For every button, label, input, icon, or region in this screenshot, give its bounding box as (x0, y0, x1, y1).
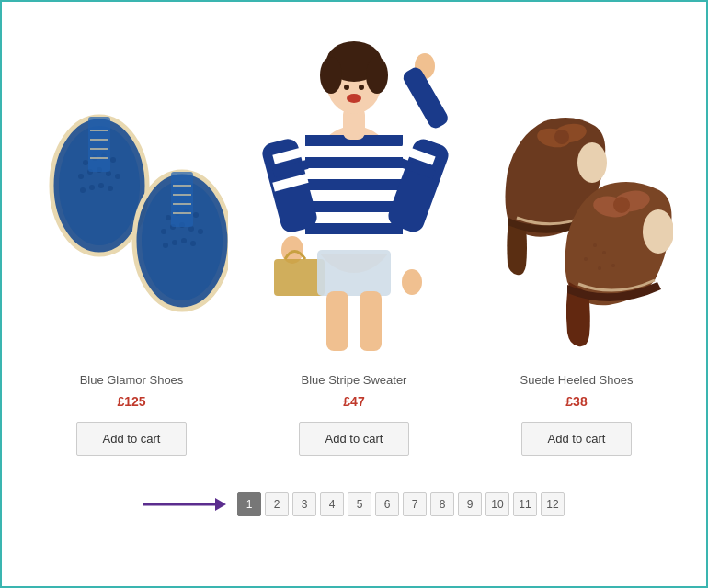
page-4-button[interactable]: 4 (320, 492, 344, 516)
product-price-blue-stripe-sweater: £47 (343, 394, 364, 409)
svg-rect-59 (274, 259, 325, 296)
page-6-button[interactable]: 6 (375, 492, 399, 516)
svg-rect-48 (305, 201, 403, 212)
page-5-button[interactable]: 5 (348, 492, 371, 516)
page-12-button[interactable]: 12 (541, 492, 565, 516)
svg-rect-50 (305, 146, 403, 157)
add-to-cart-button-suede-heeled-shoes[interactable]: Add to cart (521, 422, 633, 456)
svg-point-23 (166, 215, 171, 220)
svg-rect-47 (305, 179, 403, 190)
svg-point-67 (320, 57, 342, 94)
product-card-blue-stripe-sweater: Blue Stripe Sweater £47 Add to cart (253, 11, 455, 456)
svg-point-32 (163, 243, 168, 248)
svg-point-63 (402, 269, 422, 295)
svg-rect-16 (88, 117, 110, 172)
product-card-suede-heeled-shoes: Suede Heeled Shoes £38 Add to cart (475, 11, 678, 456)
svg-point-34 (181, 238, 187, 243)
add-to-cart-button-blue-stripe-sweater[interactable]: Add to cart (299, 422, 410, 456)
svg-rect-75 (326, 291, 348, 351)
product-image-blue-glamor-shoes (30, 11, 233, 360)
svg-point-11 (80, 187, 86, 193)
svg-point-87 (602, 251, 606, 254)
heeled-shoes-svg (480, 16, 673, 356)
svg-point-35 (190, 241, 196, 246)
svg-rect-74 (317, 250, 391, 296)
svg-point-5 (110, 157, 116, 163)
svg-point-13 (98, 183, 104, 188)
product-price-suede-heeled-shoes: £38 (565, 394, 587, 409)
products-grid: Blue Glamor Shoes £125 Add to cart (20, 11, 688, 456)
svg-point-78 (577, 142, 607, 183)
svg-rect-76 (360, 291, 382, 351)
svg-point-71 (344, 85, 349, 90)
page-9-button[interactable]: 9 (458, 492, 482, 516)
svg-point-88 (584, 257, 588, 261)
product-name-suede-heeled-shoes: Suede Heeled Shoes (520, 373, 634, 387)
svg-rect-52 (305, 190, 403, 201)
svg-rect-37 (171, 172, 193, 227)
page-1-button[interactable]: 1 (237, 492, 261, 516)
svg-point-73 (347, 94, 361, 103)
svg-point-68 (366, 57, 388, 94)
product-image-suede-heeled-shoes (475, 11, 678, 360)
svg-point-82 (643, 209, 673, 254)
page-11-button[interactable]: 11 (513, 492, 537, 516)
blue-shoes-svg (35, 16, 228, 356)
product-name-blue-glamor-shoes: Blue Glamor Shoes (80, 373, 184, 387)
svg-rect-53 (305, 212, 403, 223)
svg-point-6 (78, 174, 84, 179)
svg-point-90 (598, 266, 601, 270)
svg-point-27 (161, 229, 166, 234)
svg-point-72 (359, 85, 364, 90)
page-2-button[interactable]: 2 (265, 492, 289, 516)
product-name-blue-stripe-sweater: Blue Stripe Sweater (302, 373, 407, 387)
svg-point-81 (554, 130, 569, 144)
product-image-blue-stripe-sweater (253, 11, 455, 360)
svg-point-2 (83, 160, 88, 165)
page-7-button[interactable]: 7 (403, 492, 427, 516)
page-10-button[interactable]: 10 (485, 492, 509, 516)
svg-point-33 (172, 240, 177, 245)
product-price-blue-glamor-shoes: £125 (117, 394, 145, 409)
svg-point-14 (108, 186, 113, 191)
svg-point-31 (198, 229, 203, 234)
svg-point-10 (115, 174, 120, 179)
sweater-model-svg (257, 16, 451, 356)
product-card-blue-glamor-shoes: Blue Glamor Shoes £125 Add to cart (30, 11, 233, 456)
svg-point-12 (89, 185, 95, 190)
page-8-button[interactable]: 8 (430, 492, 454, 516)
svg-point-86 (593, 243, 597, 247)
svg-rect-51 (305, 168, 403, 179)
page-3-button[interactable]: 3 (292, 492, 316, 516)
svg-rect-49 (305, 223, 403, 234)
page-wrapper: Blue Glamor Shoes £125 Add to cart (0, 0, 708, 588)
svg-marker-92 (215, 498, 226, 511)
pagination-arrow-icon (143, 494, 226, 514)
svg-rect-46 (305, 157, 403, 168)
svg-point-89 (611, 264, 615, 267)
svg-point-85 (613, 197, 630, 213)
svg-point-26 (193, 212, 199, 218)
pagination-row: 1 2 3 4 5 6 7 8 9 10 11 12 (143, 492, 565, 516)
add-to-cart-button-blue-glamor-shoes[interactable]: Add to cart (76, 422, 188, 456)
